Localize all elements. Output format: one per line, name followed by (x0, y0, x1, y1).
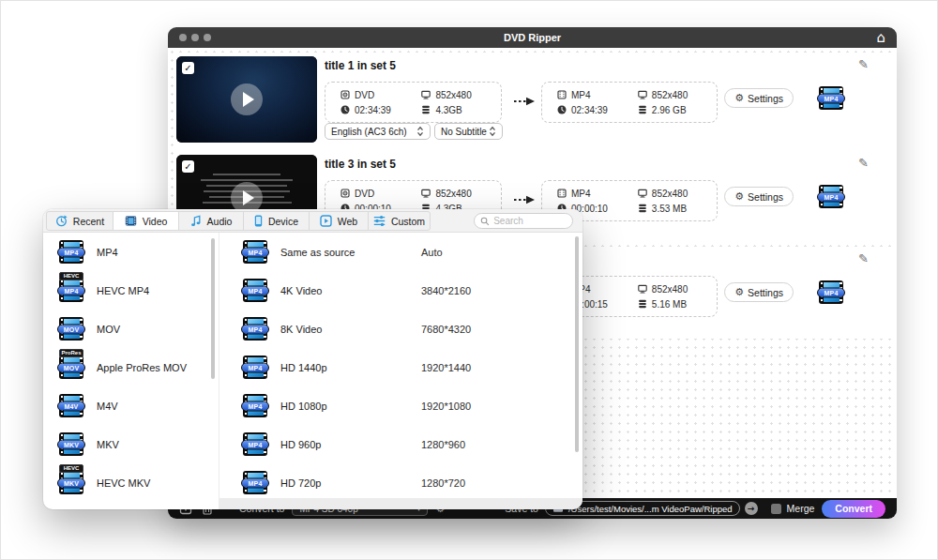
edit-title-icon[interactable]: ✎ (858, 57, 869, 71)
monitor-icon (421, 90, 431, 99)
chevron-updown-icon (416, 126, 424, 137)
merge-label: Merge (787, 503, 815, 514)
format-item-prores-mov[interactable]: ProResMOV Apple ProRes MOV (43, 348, 218, 386)
preset-item-same-as-source[interactable]: MP4 Same as sourceAuto (219, 233, 582, 271)
play-icon[interactable] (231, 83, 263, 115)
mkv-format-icon: MKV (58, 432, 84, 456)
popup-tab-bar: Recent Video Audio Device Web Custom (43, 209, 582, 233)
search-input[interactable] (493, 216, 567, 226)
preset-item-hd960p[interactable]: MP4 HD 960p1280*960 (219, 425, 582, 463)
prores-mov-format-icon: ProResMOV (58, 356, 84, 379)
mp4-format-icon: MP4 (242, 356, 268, 379)
preset-item-4k[interactable]: MP4 4K Video3840*2160 (219, 271, 582, 310)
mp4-format-icon: MP4 (242, 240, 268, 264)
source-info-box: DVD 852x480 02:34:39 4.3GB (325, 82, 502, 123)
output-format-icon[interactable]: MP4 (818, 185, 844, 208)
output-resolution: 852x480 (638, 87, 709, 102)
source-resolution: 852x480 (421, 87, 493, 102)
open-folder-arrow-icon[interactable]: → (745, 502, 758, 515)
tab-web[interactable]: Web (309, 211, 369, 231)
tab-device[interactable]: Device (243, 211, 310, 231)
clock-icon (340, 105, 350, 114)
source-resolution: 852x480 (421, 186, 493, 201)
convert-button[interactable]: Convert (822, 500, 885, 518)
row-checkbox[interactable]: ✓ (182, 62, 194, 74)
dvd-icon (340, 90, 350, 99)
video-file-icon (557, 189, 567, 198)
format-item-mkv[interactable]: MKV MKV (43, 425, 218, 463)
mp4-format-icon: MP4 (242, 394, 268, 417)
size-icon (638, 204, 647, 213)
mp4-format-icon: MP4 (242, 471, 268, 494)
output-format: MP4 (557, 87, 638, 102)
tab-audio[interactable]: Audio (178, 211, 244, 231)
format-item-hevc-mp4[interactable]: HEVCMP4 HEVC MP4 (43, 271, 218, 310)
format-item-m4v[interactable]: M4V M4V (43, 386, 218, 425)
monitor-icon (638, 284, 647, 294)
preset-item-hd720p[interactable]: MP4 HD 720p1280*720 (219, 463, 582, 498)
subtitle-select[interactable]: No Subtitle (434, 123, 503, 140)
format-item-hevc-mkv[interactable]: HEVCMKV HEVC MKV (43, 463, 218, 502)
preset-item-hd1440p[interactable]: MP4 HD 1440p1920*1440 (219, 348, 582, 386)
settings-button[interactable]: ⚙Settings (724, 187, 794, 206)
convert-arrow-icon (513, 97, 536, 106)
video-file-icon (557, 90, 567, 99)
title-name: title 3 in set 5 (325, 158, 396, 171)
output-format-icon[interactable]: MP4 (818, 280, 844, 304)
video-thumbnail[interactable]: ✓ (176, 56, 317, 143)
output-duration: 02:34:39 (557, 102, 638, 117)
audio-track-select[interactable]: English (AC3 6ch) (325, 123, 431, 140)
hevc-mp4-format-icon: HEVCMP4 (58, 279, 84, 302)
search-icon (480, 216, 490, 227)
source-format: DVD (340, 186, 421, 201)
smartphone-icon (254, 215, 263, 227)
mp4-format-icon: MP4 (242, 279, 268, 302)
clock-icon (557, 105, 567, 114)
title-name: title 1 in set 5 (325, 59, 396, 72)
source-size: 4.3GB (421, 102, 493, 117)
preset-list-scrollbar[interactable] (575, 236, 579, 452)
settings-button[interactable]: ⚙Settings (724, 88, 794, 108)
monitor-icon (421, 189, 431, 198)
merge-checkbox[interactable] (771, 504, 781, 514)
preset-item-8k[interactable]: MP4 8K Video7680*4320 (219, 310, 582, 348)
settings-button[interactable]: ⚙Settings (724, 282, 794, 302)
tab-video[interactable]: Video (113, 211, 179, 231)
gear-icon: ⚙ (734, 190, 744, 203)
convert-arrow-icon (513, 195, 536, 204)
preset-item-hd1080p[interactable]: MP4 HD 1080p1920*1080 (219, 386, 582, 425)
gear-icon: ⚙ (734, 92, 744, 104)
format-item-partial[interactable] (43, 502, 218, 509)
edit-title-icon[interactable]: ✎ (858, 251, 869, 265)
chevron-updown-icon (489, 126, 496, 137)
size-icon (638, 299, 647, 309)
mp4-format-icon: MP4 (242, 432, 268, 456)
preset-list-footer (219, 498, 582, 509)
edit-title-icon[interactable]: ✎ (858, 156, 869, 170)
output-size: 3.53 MB (638, 201, 709, 216)
source-duration: 02:34:39 (340, 102, 421, 117)
size-icon (421, 105, 431, 114)
output-resolution: 852x480 (638, 186, 709, 201)
format-item-mov[interactable]: MOV MOV (43, 310, 218, 348)
preset-list: MP4 Same as sourceAuto MP4 4K Video3840*… (219, 233, 582, 498)
tab-custom[interactable]: Custom (368, 211, 431, 231)
output-resolution: 852x480 (638, 281, 709, 296)
format-picker-popup: Recent Video Audio Device Web Custom MP4… (43, 209, 582, 509)
titlebar: DVD Ripper ⌂ (168, 27, 897, 48)
film-icon (125, 215, 137, 227)
home-icon[interactable]: ⌂ (876, 29, 885, 46)
format-list: MP4 MP4 HEVCMP4 HEVC MP4 MOV MOV ProResM… (43, 233, 218, 509)
output-format: MP4 (557, 186, 638, 201)
screen: DVD Ripper ⌂ ✓ title 1 in set 5 ✎ DVD 85… (0, 0, 938, 560)
format-search-box[interactable] (474, 213, 573, 229)
source-format: DVD (340, 87, 421, 102)
row-checkbox[interactable]: ✓ (182, 160, 194, 173)
format-list-scrollbar[interactable] (211, 238, 215, 379)
mp4-format-icon: MP4 (242, 317, 268, 341)
title-row: ✓ title 1 in set 5 ✎ DVD 852x480 02:34:3… (174, 53, 891, 146)
format-item-mp4[interactable]: MP4 MP4 (43, 233, 218, 271)
music-note-icon (190, 215, 202, 227)
output-format-icon[interactable]: MP4 (818, 86, 844, 110)
tab-recent[interactable]: Recent (46, 211, 113, 231)
